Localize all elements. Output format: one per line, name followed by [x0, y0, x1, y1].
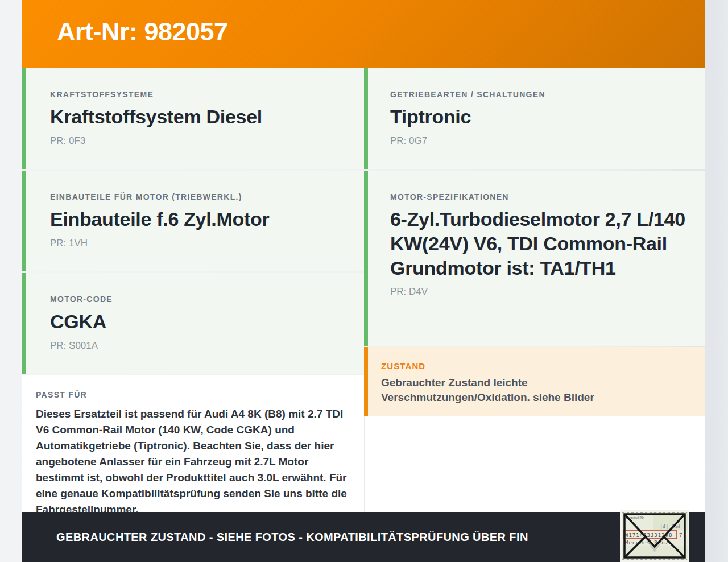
footer-banner: GEBRAUCHTER ZUSTAND - SIEHE FOTOS - KOMP… [22, 512, 705, 562]
fin-suffix: 7 [679, 532, 682, 538]
pr-code: PR: 1VH [50, 238, 350, 249]
card-value: Tiptronic [390, 105, 692, 129]
product-listing-page: Art-Nr: 982057 KRAFTSTOFFSYSTEME Kraftst… [22, 0, 705, 562]
pr-code: PR: D4V [390, 286, 692, 297]
card-label: PASST FÜR [36, 390, 356, 399]
article-number-title: Art-Nr: 982057 [57, 17, 228, 47]
column-left: KRAFTSTOFFSYSTEME Kraftstoffsystem Diese… [22, 68, 364, 512]
compatibility-description: Dieses Ersatzteil ist passend für Audi A… [36, 406, 356, 512]
pr-code: PR: S001A [50, 340, 350, 352]
card-motor-code: MOTOR-CODE CGKA PR: S001A [22, 273, 364, 374]
card-kraftstoffsysteme: KRAFTSTOFFSYSTEME Kraftstoffsystem Diese… [22, 68, 364, 169]
card-value: CGKA [50, 309, 350, 334]
footer-notice-text: GEBRAUCHTER ZUSTAND - SIEHE FOTOS - KOMP… [56, 531, 528, 544]
card-motor-spezifikationen: MOTOR-SPEZIFIKATIONEN 6-Zyl.Turbodieselm… [364, 171, 705, 346]
spec-grid: KRAFTSTOFFSYSTEME Kraftstoffsystem Diese… [22, 68, 705, 512]
card-label: GETRIEBEARTEN / SCHALTUNGEN [390, 90, 692, 99]
card-label: KRAFTSTOFFSYSTEME [50, 90, 350, 99]
card-value: Einbauteile f.6 Zyl.Motor [50, 207, 350, 232]
column-right: GETRIEBEARTEN / SCHALTUNGEN Tiptronic PR… [364, 68, 705, 512]
condition-description: Gebrauchter Zustand leichte Verschmutzun… [381, 375, 677, 405]
envelope-fin-document-image: Fahrgestell-Nr. |4| Aud W171463J31298 7 … [620, 510, 689, 562]
pr-code: PR: 0G7 [390, 135, 692, 147]
card-label: MOTOR-SPEZIFIKATIONEN [390, 192, 692, 201]
card-label: EINBAUTEILE FÜR MOTOR (TRIEBWERKL.) [50, 192, 350, 201]
pr-code: PR: 0F3 [50, 135, 350, 147]
card-value: Kraftstoffsystem Diesel [50, 105, 350, 129]
card-value: 6-Zyl.Turbodieselmotor 2,7 L/140 KW(24V)… [390, 207, 692, 280]
card-label: ZUSTAND [381, 361, 694, 371]
card-passt-fuer: PASST FÜR Dieses Ersatzteil ist passend … [22, 375, 364, 512]
card-label: MOTOR-CODE [50, 295, 350, 304]
empty-panel [364, 416, 705, 512]
card-zustand: ZUSTAND Gebrauchter Zustand leichte Vers… [364, 347, 705, 416]
article-header: Art-Nr: 982057 [22, 0, 705, 68]
card-getriebearten: GETRIEBEARTEN / SCHALTUNGEN Tiptronic PR… [364, 68, 705, 169]
card-einbauteile: EINBAUTEILE FÜR MOTOR (TRIEBWERKL.) Einb… [22, 171, 364, 271]
